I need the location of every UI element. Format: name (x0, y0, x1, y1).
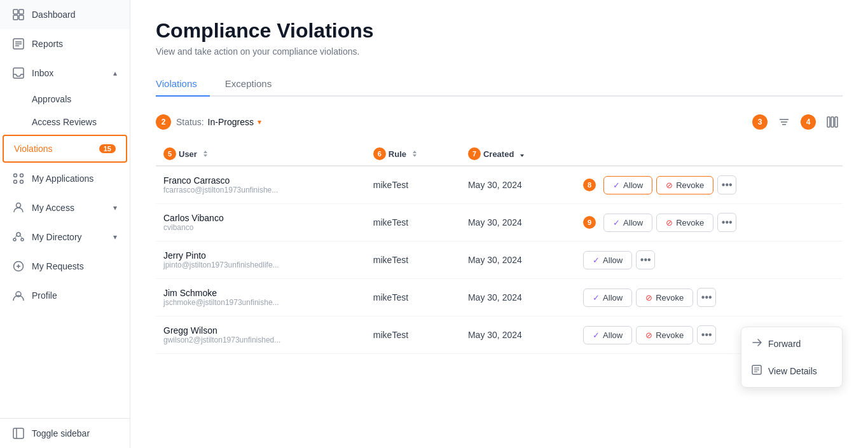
toolbar-right: 3 4 (752, 112, 843, 132)
step-badge-6: 6 (373, 147, 386, 160)
svg-rect-2 (13, 15, 18, 20)
apps-icon (13, 173, 24, 184)
svg-point-9 (14, 174, 17, 177)
dropdown-forward-item[interactable]: Forward (741, 330, 842, 357)
svg-line-18 (20, 236, 22, 238)
col-rule-label: Rule (389, 149, 406, 159)
allow-label: Allow (603, 330, 623, 340)
step-badge-4: 4 (801, 114, 816, 130)
page-title: Compliance Violations (156, 19, 843, 43)
col-user-label: User (179, 149, 197, 159)
svg-point-15 (13, 238, 16, 241)
actions-cell-inner: 8 ✓ Allow ⊘ Revoke ••• (583, 175, 835, 194)
allow-button[interactable]: ✓ Allow (603, 176, 652, 194)
allow-label: Allow (603, 255, 623, 265)
rule-cell: mikeTest (366, 204, 460, 241)
col-header-user[interactable]: 5 User (156, 142, 366, 166)
revoke-button[interactable]: ⊘ Revoke (656, 214, 713, 232)
status-filter[interactable]: Status: In-Progress ▾ (176, 117, 261, 127)
revoke-button[interactable]: ⊘ Revoke (636, 326, 693, 344)
user-name: Gregg Wilson (163, 325, 358, 336)
sidebar-item-approvals[interactable]: Approvals (0, 88, 130, 111)
table-row: Gregg Wilson gwilson2@jstilton1973unfini… (156, 316, 843, 354)
tab-exceptions[interactable]: Exceptions (225, 72, 284, 97)
dropdown-forward-label: Forward (768, 339, 801, 349)
sidebar-item-access-reviews[interactable]: Access Reviews (0, 111, 130, 133)
more-button[interactable]: ••• (697, 288, 716, 307)
check-icon: ✓ (613, 180, 620, 190)
sidebar-item-dashboard-label: Dashboard (32, 10, 76, 20)
dropdown-view-details-item[interactable]: View Details (741, 357, 842, 384)
page-subtitle: View and take action on your compliance … (156, 46, 843, 57)
tabs: Violations Exceptions (156, 72, 843, 97)
revoke-icon: ⊘ (666, 218, 673, 227)
user-email: cvibanco (163, 223, 358, 232)
status-value: In-Progress (208, 117, 254, 127)
svg-rect-1 (19, 10, 24, 14)
sidebar-item-my-requests[interactable]: My Requests (0, 252, 130, 281)
directory-icon (13, 231, 24, 243)
col-created-label: Created (483, 149, 514, 159)
created-cell: May 30, 2024 (460, 316, 575, 354)
col-created-sort-icon (519, 149, 525, 158)
sidebar-item-reports[interactable]: Reports (0, 29, 130, 58)
step-badge-9: 9 (583, 216, 596, 229)
actions-cell: 9 ✓ Allow ⊘ Revoke ••• (575, 204, 843, 241)
svg-point-11 (14, 180, 17, 184)
allow-button[interactable]: ✓ Allow (583, 251, 632, 269)
violations-table: 5 User 6 Rule (156, 142, 843, 354)
main-content: Compliance Violations View and take acti… (130, 0, 868, 448)
revoke-button[interactable]: ⊘ Revoke (636, 288, 693, 307)
more-button[interactable]: ••• (636, 250, 655, 269)
status-label: Status: (176, 117, 204, 127)
step-badge-3: 3 (752, 114, 768, 130)
svg-point-14 (17, 233, 20, 236)
columns-icon-btn[interactable] (822, 112, 843, 132)
sidebar-item-my-access[interactable]: My Access ▾ (0, 193, 130, 222)
actions-cell-inner: 9 ✓ Allow ⊘ Revoke ••• (583, 213, 835, 232)
svg-point-16 (21, 238, 24, 241)
table-row: Franco Carrasco fcarrasco@jstilton1973un… (156, 166, 843, 204)
col-user-sort-icon (202, 149, 209, 158)
created-cell: May 30, 2024 (460, 166, 575, 204)
status-chevron-icon: ▾ (258, 118, 261, 126)
more-button[interactable]: ••• (717, 213, 736, 232)
sidebar-item-violations[interactable]: Violations 15 (3, 135, 127, 163)
allow-label: Allow (623, 218, 643, 227)
sidebar-item-dashboard[interactable]: Dashboard (0, 0, 130, 29)
rule-cell: mikeTest (366, 166, 460, 204)
sidebar-item-my-applications[interactable]: My Applications (0, 164, 130, 193)
user-name: Franco Carrasco (163, 175, 358, 186)
sidebar-item-profile-label: Profile (32, 290, 57, 301)
allow-button[interactable]: ✓ Allow (583, 288, 632, 307)
revoke-button[interactable]: ⊘ Revoke (656, 176, 713, 194)
violations-badge: 15 (99, 144, 116, 153)
user-name: Jerry Pinto (163, 250, 358, 261)
col-header-rule[interactable]: 6 Rule (366, 142, 460, 166)
actions-cell-inner: ✓ Allow ••• (583, 250, 835, 269)
created-cell: May 30, 2024 (460, 241, 575, 279)
allow-button[interactable]: ✓ Allow (583, 326, 632, 344)
col-header-created[interactable]: 7 Created (460, 142, 575, 166)
sidebar-item-my-directory[interactable]: My Directory ▾ (0, 222, 130, 252)
actions-cell: ✓ Allow ⊘ Revoke ••• (575, 279, 843, 316)
view-details-icon (752, 365, 762, 377)
created-cell: May 30, 2024 (460, 204, 575, 241)
my-access-chevron-icon: ▾ (113, 203, 117, 212)
revoke-icon: ⊘ (645, 330, 652, 340)
tab-violations[interactable]: Violations (156, 72, 210, 97)
inbox-icon (13, 67, 24, 79)
table-row: Jim Schmoke jschmoke@jstilton1973unfinis… (156, 279, 843, 316)
svg-rect-29 (831, 117, 834, 127)
sidebar-item-access-reviews-label: Access Reviews (32, 117, 97, 127)
sidebar-item-profile[interactable]: Profile (0, 281, 130, 310)
filter-icon-btn[interactable] (774, 112, 794, 132)
allow-button[interactable]: ✓ Allow (603, 214, 652, 232)
sidebar-item-inbox[interactable]: Inbox ▴ (0, 58, 130, 88)
more-button[interactable]: ••• (717, 175, 736, 194)
sidebar-toggle-button[interactable]: Toggle sidebar (0, 419, 130, 448)
revoke-label: Revoke (656, 293, 684, 302)
more-button[interactable]: ••• (697, 325, 716, 344)
actions-cell: 8 ✓ Allow ⊘ Revoke ••• (575, 166, 843, 204)
allow-label: Allow (603, 293, 623, 302)
